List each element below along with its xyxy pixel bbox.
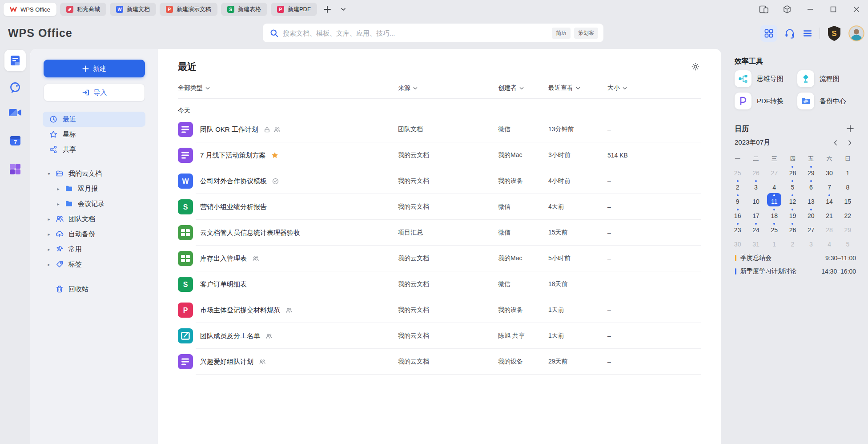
sidebar-item-trash[interactable]: 回收站 [30,282,158,297]
new-document-button[interactable]: 新建 [44,60,145,77]
rail-calendar[interactable]: 7 [0,135,30,146]
file-row[interactable]: 库存出入管理表 我的云文档 我的Mac 5小时前 – [178,246,701,271]
file-row[interactable]: S 客户订单明细表 我的云文档 微信 18天前 – [178,271,701,297]
calendar-day-cell[interactable]: 7 [820,178,838,193]
calendar-day-cell[interactable]: 20 [802,207,820,221]
filter-last-viewed[interactable]: 最近查看 [548,84,580,92]
tab-list-dropdown[interactable] [338,4,349,15]
tree-item-my-cloud-docs[interactable]: ▾ 我的云文档 [30,166,158,181]
rail-apps[interactable] [0,163,30,175]
filter-all-types[interactable]: 全部类型 [178,84,210,92]
calendar-day-cell[interactable]: 10 [747,193,765,207]
file-row[interactable]: 兴趣爱好组队计划 我的云文档 我的设备 29天前 – [178,349,701,375]
tab-wps-home[interactable]: WPS Office [4,3,56,16]
user-avatar[interactable] [848,25,864,41]
caret-right-icon[interactable]: ▸ [46,217,52,222]
filter-source[interactable]: 来源 [398,84,418,92]
apps-grid-button[interactable] [760,25,777,42]
search-tag-plan[interactable]: 策划案 [574,28,598,39]
calendar-day-cell[interactable]: 29 [802,164,820,178]
calendar-day-cell[interactable]: 31 [747,235,765,250]
calendar-day-cell[interactable]: 24 [747,221,765,235]
settings-gear-icon[interactable] [690,61,701,73]
calendar-day-cell[interactable]: 18 [765,207,784,221]
calendar-day-cell[interactable]: 14 [820,193,838,207]
tool-pdf-convert[interactable]: PDF转换 [735,93,784,109]
tree-item-bimonthly-report[interactable]: ▸ 双月报 [30,181,158,196]
calendar-day-cell[interactable]: 27 [765,164,784,178]
tab-new-spreadsheet[interactable]: S 新建表格 [221,3,267,16]
tree-item-tags[interactable]: ▸ 标签 [30,257,158,272]
maximize-button[interactable] [828,4,839,15]
star-icon[interactable] [271,152,278,159]
calendar-day-cell[interactable]: 1 [839,164,857,178]
caret-right-icon[interactable]: ▸ [56,186,61,191]
search-input[interactable] [283,29,548,37]
calendar-day-cell[interactable]: 2 [728,178,747,193]
file-row[interactable]: W 公司对外合作协议模板 我的云文档 我的设备 4小时前 – [178,168,701,194]
calendar-day-cell[interactable]: 28 [784,164,802,178]
calendar-day-cell[interactable]: 25 [765,221,784,235]
membership-badge-icon[interactable]: S [827,25,842,41]
file-row[interactable]: 云文档管人员信息统计表理器验收 项目汇总 微信 15天前 – [178,220,701,246]
sidebar-item-recent[interactable]: 最近 [43,112,145,127]
calendar-day-cell[interactable]: 3 [802,235,820,250]
caret-down-icon[interactable]: ▾ [46,171,52,176]
calendar-day-cell[interactable]: 4 [765,178,784,193]
calendar-day-cell[interactable]: 29 [839,221,857,235]
tree-item-auto-backup[interactable]: ▸ 自动备份 [30,226,158,242]
file-row[interactable]: 7 月线下活动策划方案 我的云文档 我的Mac 3小时前 514 KB [178,142,701,168]
file-row[interactable]: 团队 OKR 工作计划 团队文档 微信 13分钟前 – [178,117,701,142]
calendar-event[interactable]: 新季度学习计划讨论 14:30–16:00 [735,266,856,277]
devices-icon[interactable] [759,4,769,15]
calendar-day-cell[interactable]: 17 [747,207,765,221]
tab-new-pdf[interactable]: P 新建PDF [271,3,317,16]
import-button[interactable]: 导入 [44,84,145,101]
tree-item-frequent[interactable]: ▸ 常用 [30,242,158,257]
caret-right-icon[interactable]: ▸ [46,232,52,237]
calendar-day-cell[interactable]: 28 [820,221,838,235]
calendar-day-cell[interactable]: 30 [728,235,747,250]
rail-meetings[interactable] [0,107,30,118]
sidebar-item-shared[interactable]: 共享 [43,142,145,157]
filter-size[interactable]: 大小 [607,84,627,92]
calendar-day-cell[interactable]: 27 [802,221,820,235]
calendar-day-cell[interactable]: 26 [747,164,765,178]
calendar-day-cell[interactable]: 1 [765,235,784,250]
calendar-day-cell[interactable]: 16 [728,207,747,221]
calendar-day-cell[interactable]: 8 [839,178,857,193]
filter-creator[interactable]: 创建者 [498,84,524,92]
calendar-day-cell[interactable]: 13 [802,193,820,207]
caret-right-icon[interactable]: ▸ [56,202,61,206]
support-headset-icon[interactable] [784,28,796,39]
global-search-bar[interactable]: 简历 策划案 [263,24,603,42]
rail-docs-home[interactable] [0,50,30,71]
calendar-day-cell[interactable]: 26 [784,221,802,235]
tab-docer-mall[interactable]: 稻壳商城 [60,3,106,16]
calendar-day-cell[interactable]: 5 [839,235,857,250]
calendar-day-cell[interactable]: 5 [784,178,802,193]
next-month-button[interactable] [845,138,854,147]
tool-flowchart[interactable]: 流程图 [797,70,840,87]
tree-item-team-docs[interactable]: ▸ 团队文档 [30,211,158,226]
calendar-day-cell[interactable]: 25 [728,164,747,178]
file-row[interactable]: S 营销小组业绩分析报告 我的云文档 微信 4天前 – [178,194,701,220]
calendar-day-cell[interactable]: 15 [839,193,857,207]
calendar-day-cell[interactable]: 6 [802,178,820,193]
tree-item-meeting-notes[interactable]: ▸ 会议记录 [30,196,158,211]
calendar-event[interactable]: 季度总结会 9:30–11:00 [735,253,856,263]
main-menu-icon[interactable] [802,28,813,39]
calendar-day-cell[interactable]: 3 [747,178,765,193]
new-tab-button[interactable] [321,4,333,15]
close-button[interactable] [851,4,862,15]
minimize-button[interactable] [805,4,816,15]
prev-month-button[interactable] [831,138,840,147]
calendar-day-cell[interactable]: 23 [728,221,747,235]
caret-right-icon[interactable]: ▸ [46,247,52,252]
rail-messages[interactable] [0,81,30,94]
tab-new-presentation[interactable]: P 新建演示文稿 [160,3,217,16]
file-row[interactable]: P 市场主体登记提交材料规范 我的云文档 我的设备 1天前 – [178,297,701,323]
caret-right-icon[interactable]: ▸ [46,262,52,267]
add-event-button[interactable] [845,124,855,133]
calendar-day-cell[interactable]: 21 [820,207,838,221]
